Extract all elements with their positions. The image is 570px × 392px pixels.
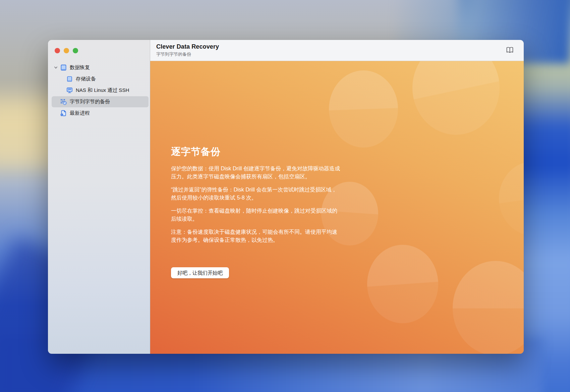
decor-circle <box>367 245 438 323</box>
sidebar-nav: 数据恢复 存储设备 <box>48 62 150 119</box>
content-paragraph: 一切尽在掌控：查看磁盘映射，随时停止创建映像，跳过对受损区域的后续读取。 <box>171 207 342 223</box>
window-controls <box>55 48 78 53</box>
decor-circle <box>453 261 524 354</box>
help-book-button[interactable] <box>505 46 514 55</box>
drive-icon <box>66 75 73 83</box>
sidebar-item-data-recovery[interactable]: 数据恢复 <box>52 62 149 73</box>
app-title: Clever Data Recovery <box>156 43 524 50</box>
sidebar-item-nas-ssh[interactable]: NAS 和 Linux 通过 SSH <box>52 85 149 96</box>
book-icon <box>506 47 514 55</box>
sidebar-item-label: 存储设备 <box>76 76 96 82</box>
disclosure-chevron-down-icon[interactable] <box>54 65 60 70</box>
minimize-button[interactable] <box>64 48 69 53</box>
decor-circle <box>412 61 500 135</box>
content-paragraph: 注意：备份速度取决于磁盘健康状况，可能会有所不同。请使用平均速度作为参考。确保设… <box>171 228 342 244</box>
document-gear-icon <box>60 110 67 117</box>
sidebar-item-label: 字节到字节的备份 <box>70 99 110 105</box>
content-paragraph: 保护您的数据：使用 Disk Drill 创建逐字节备份，避免对故障驱动器造成压… <box>171 165 342 181</box>
content-paragraph: “跳过并返回”的弹性备份：Disk Drill 会在第一次尝试时跳过受损区域，然… <box>171 186 342 202</box>
nas-server-icon <box>66 87 73 94</box>
sidebar-item-recent-sessions[interactable]: 最新进程 <box>52 108 149 119</box>
sidebar-item-byte-backup[interactable]: 字节到字节的备份 <box>52 96 149 107</box>
app-window: 数据恢复 存储设备 <box>48 40 524 354</box>
decor-circle <box>499 162 524 235</box>
sidebar-item-label: 最新进程 <box>70 110 90 116</box>
title-bar: Clever Data Recovery 字节到字节的备份 <box>150 40 524 61</box>
content-text-block: 逐字节备份 保护您的数据：使用 Disk Drill 创建逐字节备份，避免对故障… <box>171 145 342 278</box>
content-paragraphs: 保护您的数据：使用 Disk Drill 创建逐字节备份，避免对故障驱动器造成压… <box>171 165 342 244</box>
sidebar: 数据恢复 存储设备 <box>48 40 150 354</box>
sidebar-item-storage-devices[interactable]: 存储设备 <box>52 73 149 85</box>
content-area: 逐字节备份 保护您的数据：使用 Disk Drill 创建逐字节备份，避免对故障… <box>150 61 524 354</box>
main-panel: Clever Data Recovery 字节到字节的备份 逐字节备份 <box>150 40 524 354</box>
drive-icon <box>60 64 67 71</box>
close-button[interactable] <box>55 48 60 53</box>
zoom-button[interactable] <box>73 48 78 53</box>
page-subtitle: 字节到字节的备份 <box>156 51 524 57</box>
decor-circle <box>329 70 398 148</box>
byte-backup-grid-clock-icon <box>60 98 67 106</box>
sidebar-item-label: 数据恢复 <box>70 64 90 71</box>
content-heading: 逐字节备份 <box>171 145 342 159</box>
get-started-button[interactable]: 好吧，让我们开始吧 <box>171 267 229 278</box>
sidebar-item-label: NAS 和 Linux 通过 SSH <box>76 87 129 94</box>
